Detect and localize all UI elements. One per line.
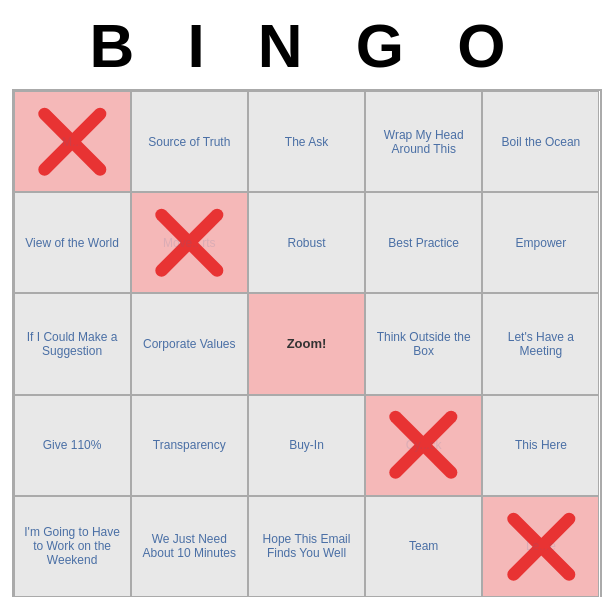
bingo-cell-r1c4[interactable]: Empower bbox=[482, 192, 599, 293]
cell-text-r3c4: This Here bbox=[515, 438, 567, 452]
bingo-cell-r0c4[interactable]: Boil the Ocean bbox=[482, 91, 599, 192]
cell-text-r4c0: I'm Going to Have to Work on the Weekend bbox=[19, 525, 126, 567]
cell-text-r2c1: Corporate Values bbox=[143, 337, 236, 351]
bingo-cell-r2c2[interactable]: Zoom! bbox=[248, 293, 365, 394]
cell-text-r4c1: We Just Need About 10 Minutes bbox=[136, 532, 243, 560]
bingo-cell-r3c0[interactable]: Give 110% bbox=[14, 395, 131, 496]
cell-text-r4c3: Team bbox=[409, 539, 438, 553]
cell-text-r0c2: The Ask bbox=[285, 135, 328, 149]
bingo-cell-r4c1[interactable]: We Just Need About 10 Minutes bbox=[131, 496, 248, 597]
cell-text-r2c4: Let's Have a Meeting bbox=[487, 330, 594, 358]
cell-text-r0c3: Wrap My Head Around This bbox=[370, 128, 477, 156]
bingo-cell-r4c3[interactable]: Team bbox=[365, 496, 482, 597]
cell-text-r4c4: Le...e bbox=[526, 539, 556, 553]
bingo-cell-r3c4[interactable]: This Here bbox=[482, 395, 599, 496]
bingo-title: B I N G O bbox=[89, 10, 523, 81]
bingo-cell-r3c3[interactable]: Cy...ck bbox=[365, 395, 482, 496]
bingo-cell-r3c2[interactable]: Buy-In bbox=[248, 395, 365, 496]
cell-text-r1c3: Best Practice bbox=[388, 236, 459, 250]
bingo-cell-r0c1[interactable]: Source of Truth bbox=[131, 91, 248, 192]
cell-text-r2c2: Zoom! bbox=[287, 336, 327, 351]
bingo-cell-r2c1[interactable]: Corporate Values bbox=[131, 293, 248, 394]
bingo-grid: M...Source of TruthThe AskWrap My Head A… bbox=[12, 89, 602, 597]
bingo-cell-r3c1[interactable]: Transparency bbox=[131, 395, 248, 496]
bingo-cell-r1c0[interactable]: View of the World bbox=[14, 192, 131, 293]
cell-text-r3c3: Cy...ck bbox=[406, 438, 442, 452]
cell-text-r2c3: Think Outside the Box bbox=[370, 330, 477, 358]
cell-text-r0c4: Boil the Ocean bbox=[502, 135, 581, 149]
cell-text-r1c0: View of the World bbox=[25, 236, 119, 250]
bingo-cell-r2c0[interactable]: If I Could Make a Suggestion bbox=[14, 293, 131, 394]
cell-text-r1c1: Move...rts bbox=[163, 236, 216, 250]
bingo-cell-r2c4[interactable]: Let's Have a Meeting bbox=[482, 293, 599, 394]
cell-text-r3c2: Buy-In bbox=[289, 438, 324, 452]
bingo-cell-r0c2[interactable]: The Ask bbox=[248, 91, 365, 192]
cell-text-r0c0: M... bbox=[62, 135, 82, 149]
cell-text-r2c0: If I Could Make a Suggestion bbox=[19, 330, 126, 358]
cell-text-r1c2: Robust bbox=[287, 236, 325, 250]
bingo-cell-r0c0[interactable]: M... bbox=[14, 91, 131, 192]
bingo-cell-r1c2[interactable]: Robust bbox=[248, 192, 365, 293]
cell-text-r1c4: Empower bbox=[516, 236, 567, 250]
bingo-cell-r4c0[interactable]: I'm Going to Have to Work on the Weekend bbox=[14, 496, 131, 597]
cell-text-r0c1: Source of Truth bbox=[148, 135, 230, 149]
cell-text-r3c0: Give 110% bbox=[43, 438, 102, 452]
bingo-cell-r0c3[interactable]: Wrap My Head Around This bbox=[365, 91, 482, 192]
bingo-cell-r2c3[interactable]: Think Outside the Box bbox=[365, 293, 482, 394]
bingo-cell-r1c3[interactable]: Best Practice bbox=[365, 192, 482, 293]
bingo-cell-r4c2[interactable]: Hope This Email Finds You Well bbox=[248, 496, 365, 597]
bingo-cell-r1c1[interactable]: Move...rts bbox=[131, 192, 248, 293]
cell-text-r3c1: Transparency bbox=[153, 438, 226, 452]
cell-text-r4c2: Hope This Email Finds You Well bbox=[253, 532, 360, 560]
bingo-cell-r4c4[interactable]: Le...e bbox=[482, 496, 599, 597]
